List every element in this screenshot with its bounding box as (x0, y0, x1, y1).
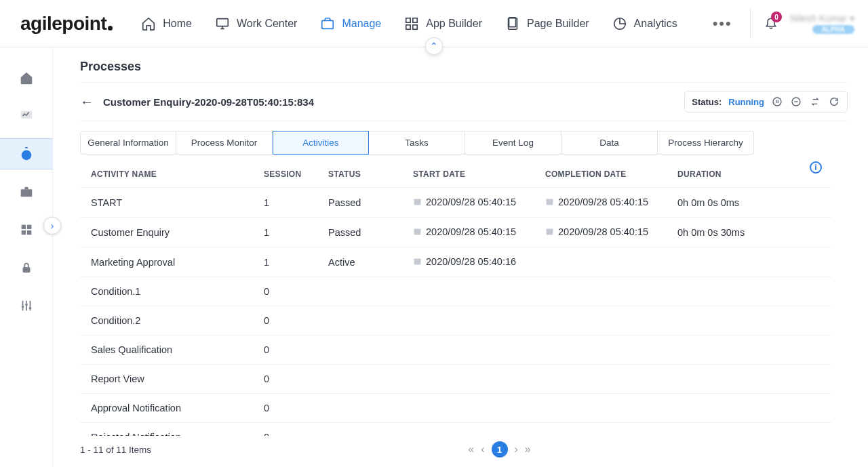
expand-sidebar-button[interactable]: › (43, 217, 61, 235)
pause-button[interactable] (771, 96, 783, 108)
nav-app-builder[interactable]: App Builder (403, 12, 484, 35)
grid-icon (404, 16, 419, 31)
activities-table-wrap[interactable]: ACTIVITY NAME SESSION STATUS START DATE … (80, 161, 848, 436)
cell-session: 0 (253, 423, 317, 436)
nav-analytics[interactable]: Analytics (611, 12, 679, 35)
cell-status (317, 336, 402, 365)
cell-status (317, 423, 402, 436)
table-row[interactable]: Customer Enquiry1Passed2020/09/28 05:40:… (80, 218, 831, 247)
svg-rect-31 (414, 259, 421, 261)
process-name: Customer Enquiry-2020-09-28T05:40:15:834 (103, 96, 314, 108)
table-row[interactable]: Condition.10 (80, 277, 831, 306)
briefcase-solid-icon (19, 184, 34, 199)
stop-icon (791, 96, 802, 107)
col-start-date[interactable]: START DATE (402, 161, 534, 188)
collapse-topnav-button[interactable]: ⌃ (425, 37, 443, 55)
apps-grid-icon (19, 222, 34, 237)
cell-completion-date (534, 277, 667, 306)
calendar-icon (413, 197, 422, 208)
back-button[interactable]: ← (80, 94, 94, 110)
sidebar-item-settings[interactable] (11, 290, 42, 321)
refresh-button[interactable] (828, 96, 840, 108)
page-first-button[interactable]: « (468, 443, 474, 455)
cell-completion-date (534, 336, 667, 365)
stop-button[interactable] (790, 96, 802, 108)
table-row[interactable]: Sales Qualification0 (80, 336, 831, 365)
cell-duration: 0h 0m 0s 30ms (667, 218, 831, 247)
cell-completion-date: 2020/09/28 05:40:15 (534, 218, 667, 247)
page-prev-button[interactable]: ‹ (481, 443, 484, 455)
license-pill: ALPHA (812, 25, 854, 34)
tab-process-monitor[interactable]: Process Monitor (176, 131, 273, 155)
activities-table: ACTIVITY NAME SESSION STATUS START DATE … (80, 161, 831, 436)
cell-completion-date (534, 365, 667, 394)
svg-rect-13 (26, 225, 31, 229)
svg-rect-25 (547, 199, 553, 201)
tab-tasks[interactable]: Tasks (369, 131, 465, 155)
nav-analytics-label: Analytics (634, 18, 677, 30)
svg-rect-11 (20, 189, 32, 197)
house-icon (19, 70, 34, 85)
page-number-current[interactable]: 1 (492, 441, 508, 458)
table-row[interactable]: Condition.20 (80, 306, 831, 336)
tab-activities[interactable]: Activities (273, 131, 369, 155)
svg-rect-15 (26, 230, 31, 235)
swap-button[interactable] (809, 96, 821, 108)
sidebar-item-security[interactable] (11, 252, 42, 283)
page-icon (505, 16, 520, 31)
cell-completion-date (534, 306, 667, 336)
nav-page-builder[interactable]: Page Builder (504, 12, 591, 35)
pagination-summary: 1 - 11 of 11 Items (80, 445, 151, 455)
table-row[interactable]: Marketing Approval1Active2020/09/28 05:4… (80, 247, 831, 277)
tab-general-information[interactable]: General Information (80, 131, 176, 155)
cell-activity-name: Condition.1 (80, 277, 253, 306)
nav-app-builder-label: App Builder (426, 18, 482, 30)
status-label: Status: (692, 97, 722, 107)
cell-activity-name: Condition.2 (80, 306, 253, 336)
monitor-icon (215, 16, 230, 31)
cell-activity-name: Customer Enquiry (80, 218, 253, 247)
svg-rect-0 (217, 18, 229, 26)
notification-badge: 0 (771, 12, 782, 22)
table-row[interactable]: Approval Notification0 (80, 394, 831, 423)
cell-status: Passed (317, 218, 402, 247)
tab-event-log[interactable]: Event Log (465, 131, 561, 155)
brand-dot-icon (108, 26, 113, 31)
cell-status (317, 277, 402, 306)
svg-point-10 (22, 150, 32, 161)
table-footer: 1 - 11 of 11 Items « ‹ 1 › » (80, 436, 848, 467)
cell-duration (667, 277, 831, 306)
nav-home[interactable]: Home (140, 12, 193, 35)
col-activity-name[interactable]: ACTIVITY NAME (80, 161, 253, 188)
col-status[interactable]: STATUS (317, 161, 402, 188)
cell-start-date: 2020/09/28 05:40:15 (402, 188, 534, 218)
sidebar-item-jobs[interactable] (11, 176, 42, 207)
sidebar-item-monitor[interactable] (11, 100, 42, 131)
sidebar-item-dashboard[interactable] (11, 62, 42, 94)
tab-data[interactable]: Data (561, 131, 658, 155)
process-subheader: ← Customer Enquiry-2020-09-28T05:40:15:8… (80, 83, 848, 121)
nav-manage[interactable]: Manage (319, 12, 382, 35)
col-session[interactable]: SESSION (253, 161, 317, 188)
sidebar-item-apps[interactable] (11, 214, 42, 245)
top-right-tools: 0 Nilesh Kumar ▾ ALPHA (750, 8, 854, 39)
sidebar-item-processes[interactable] (0, 138, 53, 169)
cell-activity-name: Approval Notification (80, 394, 253, 423)
table-row[interactable]: Rejected Notification0 (80, 423, 831, 436)
nav-more[interactable]: ••• (713, 15, 732, 33)
notifications-button[interactable]: 0 (764, 16, 778, 31)
calendar-icon (545, 227, 554, 238)
nav-page-builder-label: Page Builder (527, 18, 589, 30)
col-completion-date[interactable]: COMPLETION DATE (534, 161, 667, 188)
cell-duration (667, 394, 831, 423)
page-last-button[interactable]: » (525, 443, 531, 455)
cell-session: 0 (253, 394, 317, 423)
page-next-button[interactable]: › (515, 443, 518, 455)
nav-work-center[interactable]: Work Center (214, 12, 299, 35)
table-row[interactable]: Report View0 (80, 365, 831, 394)
col-duration[interactable]: DURATION (667, 161, 831, 188)
table-row[interactable]: START1Passed2020/09/28 05:40:152020/09/2… (80, 188, 831, 218)
tab-process-hierarchy[interactable]: Process Hierarchy (658, 131, 754, 155)
user-menu[interactable]: Nilesh Kumar ▾ ALPHA (790, 13, 854, 34)
svg-rect-29 (547, 229, 553, 231)
